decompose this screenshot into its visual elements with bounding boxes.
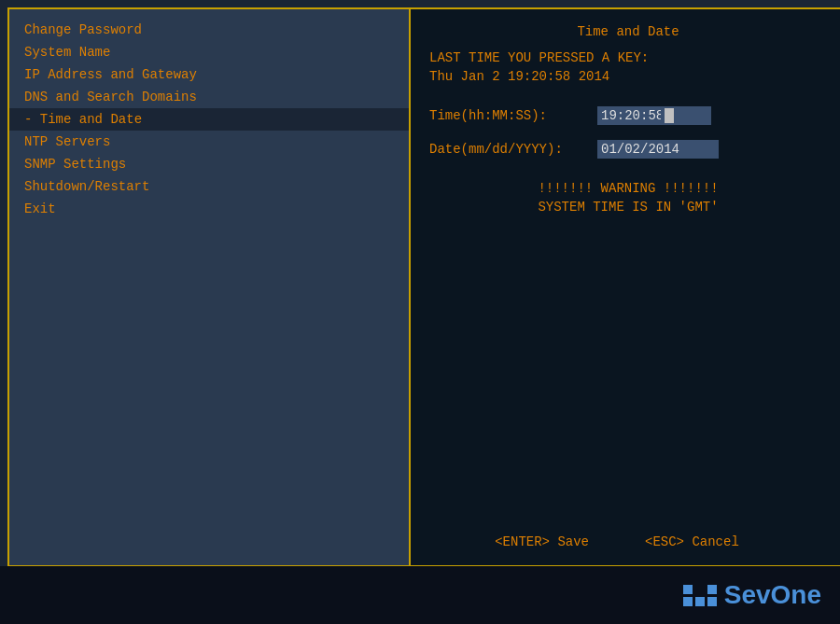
warning-line1: !!!!!!! WARNING !!!!!!! [429, 181, 827, 196]
logo-sev: Sev [724, 580, 771, 609]
cancel-action[interactable]: <ESC> Cancel [645, 534, 739, 549]
sidebar-item-ip-address[interactable]: IP Address and Gateway [9, 63, 409, 86]
logo-dot-2 [695, 585, 705, 594]
sidebar-item-change-password[interactable]: Change Password [9, 19, 409, 41]
logo: SevOne [683, 580, 821, 610]
sidebar: Change Password System Name IP Address a… [9, 9, 411, 565]
logo-text: SevOne [724, 580, 821, 610]
sidebar-item-time-date[interactable]: Time and Date [9, 108, 409, 131]
warning-line2: SYSTEM TIME IS IN 'GMT' [429, 200, 827, 215]
last-key-value: Thu Jan 2 19:20:58 2014 [429, 69, 827, 84]
sidebar-item-shutdown-restart[interactable]: Shutdown/Restart [9, 175, 409, 198]
sidebar-item-ntp-servers[interactable]: NTP Servers [9, 131, 409, 153]
time-input-wrapper[interactable] [597, 106, 711, 125]
last-key-label: LAST TIME YOU PRESSED A KEY: [429, 50, 827, 65]
logo-dot-6 [707, 597, 717, 606]
content-panel: Time and Date LAST TIME YOU PRESSED A KE… [411, 9, 840, 565]
panel-title: Time and Date [429, 24, 827, 39]
time-input[interactable] [597, 106, 665, 125]
save-action[interactable]: <ENTER> Save [495, 534, 589, 549]
footer: SevOne [0, 566, 840, 624]
sidebar-item-system-name[interactable]: System Name [9, 41, 409, 63]
date-label: Date(mm/dd/YYYY): [429, 142, 597, 157]
logo-dot-1 [683, 585, 693, 594]
time-label: Time(hh:MM:SS): [429, 108, 597, 123]
sidebar-item-dns-search[interactable]: DNS and Search Domains [9, 86, 409, 108]
logo-one: One [771, 580, 821, 609]
bottom-action-bar: <ENTER> Save <ESC> Cancel [401, 523, 833, 561]
date-input[interactable] [597, 140, 719, 159]
logo-dot-3 [707, 585, 717, 594]
logo-grid-icon [683, 585, 717, 606]
date-field-row: Date(mm/dd/YYYY): [429, 140, 827, 159]
warning-block: !!!!!!! WARNING !!!!!!! SYSTEM TIME IS I… [429, 181, 827, 215]
time-field-row: Time(hh:MM:SS): [429, 106, 827, 125]
logo-dot-4 [683, 597, 693, 606]
logo-dot-5 [695, 597, 705, 606]
time-cursor [665, 108, 674, 123]
sidebar-item-exit[interactable]: Exit [9, 198, 409, 220]
sidebar-item-snmp-settings[interactable]: SNMP Settings [9, 153, 409, 175]
